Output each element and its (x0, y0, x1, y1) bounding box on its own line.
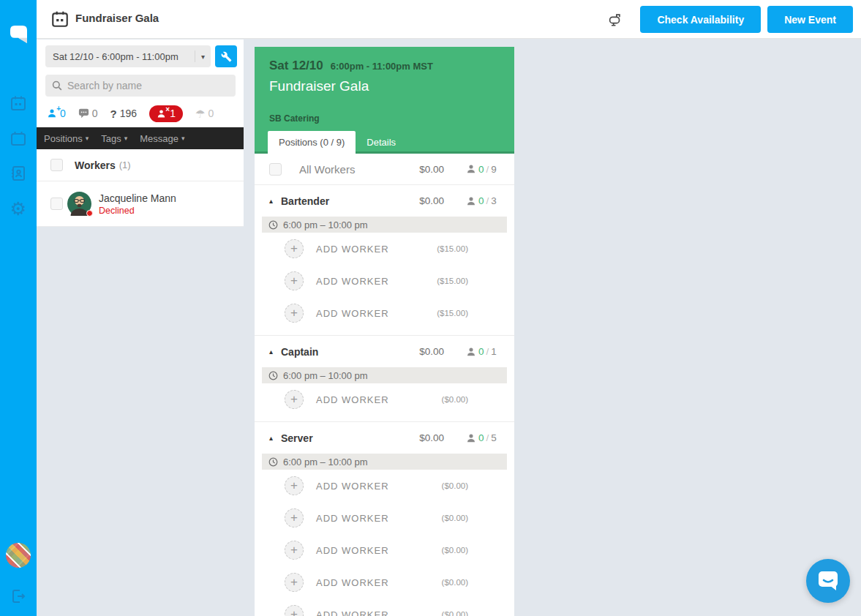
add-worker-icon[interactable]: + (285, 508, 304, 527)
settings-gear-icon[interactable]: ⚙ (9, 199, 28, 218)
position-header-row: ▴ Server $0.00 0 / 5 (255, 422, 514, 454)
chat-bubble-icon (817, 570, 839, 592)
shift-time: 6:00 pm – 10:00 pm (283, 370, 368, 381)
add-worker-label: ADD WORKER (316, 481, 442, 492)
clock-icon (268, 371, 278, 380)
person-icon (466, 164, 476, 174)
message-dropdown[interactable]: Message▾ (140, 133, 184, 144)
add-worker-row[interactable]: + ADD WORKER ($0.00) (255, 383, 514, 416)
counter-unavailable[interactable]: ☂ 0 (195, 108, 214, 119)
chevron-down-icon: ▾ (181, 135, 185, 142)
add-worker-icon[interactable]: + (285, 476, 304, 495)
position-count: 0 / 3 (466, 195, 504, 206)
event-card: Sat 12/10 6:00pm - 11:00pm MST Fundraise… (255, 47, 514, 154)
tab-positions[interactable]: Positions (0 / 9) (268, 131, 356, 154)
declined-status-dot (86, 210, 93, 217)
contacts-icon[interactable] (9, 164, 28, 183)
shift-selector-value: Sat 12/10 - 6:00pm - 11:00pm (53, 51, 190, 62)
slot-rate: ($0.00) (442, 514, 468, 522)
add-worker-row[interactable]: + ADD WORKER ($0.00) (255, 502, 514, 534)
slot-rate: ($15.00) (437, 277, 468, 285)
shift-settings-button[interactable] (215, 45, 237, 67)
top-header: Fundraiser Gala Check Availability New E… (37, 0, 861, 39)
user-avatar[interactable] (6, 543, 31, 568)
check-availability-button[interactable]: Check Availability (640, 6, 761, 33)
slot-list: + ADD WORKER ($15.00) + ADD WORKER ($15.… (255, 233, 514, 329)
worker-name: Jacqueline Mann (99, 192, 176, 204)
person-declined-icon: × (157, 109, 166, 119)
add-worker-row[interactable]: + ADD WORKER ($0.00) (255, 566, 514, 598)
add-worker-row[interactable]: + ADD WORKER ($0.00) (255, 470, 514, 502)
add-worker-row[interactable]: + ADD WORKER ($15.00) (255, 265, 514, 297)
worker-list-item[interactable]: Jacqueline Mann Declined (37, 181, 244, 227)
worker-checkbox[interactable] (50, 198, 63, 210)
counter-messages[interactable]: 0 (78, 108, 98, 119)
app-sidebar: ⚙ (0, 0, 37, 616)
question-icon: ? (110, 108, 117, 120)
mailbox-icon[interactable] (607, 12, 623, 28)
slot-rate: ($0.00) (442, 578, 468, 587)
counter-declined[interactable]: × 1 (149, 105, 183, 122)
add-worker-icon[interactable]: + (285, 271, 304, 290)
add-worker-label: ADD WORKER (316, 609, 442, 616)
add-worker-row[interactable]: + ADD WORKER ($15.00) (255, 233, 514, 265)
add-worker-icon[interactable]: + (285, 239, 304, 258)
collapse-icon[interactable]: ▴ (269, 348, 281, 356)
add-worker-label: ADD WORKER (316, 394, 442, 405)
slot-rate: ($0.00) (442, 546, 468, 555)
position-count: 0 / 1 (466, 346, 504, 357)
shift-selector-dropdown[interactable]: Sat 12/10 - 6:00pm - 11:00pm ▾ (45, 45, 211, 67)
positions-list: All Workers $0.00 0 / 9 ▴ Bartender $0.0… (255, 154, 514, 616)
add-worker-row[interactable]: + ADD WORKER ($15.00) (255, 297, 514, 329)
calendar-icon[interactable] (9, 129, 28, 148)
counter-unknown[interactable]: ? 196 (110, 108, 138, 120)
position-sections: ▴ Bartender $0.00 0 / 3 6:00 pm – 10:00 … (255, 185, 514, 616)
tags-filter-dropdown[interactable]: Tags▾ (101, 133, 127, 144)
add-worker-label: ADD WORKER (316, 244, 437, 255)
add-worker-row[interactable]: + ADD WORKER ($0.00) (255, 598, 514, 616)
add-worker-icon[interactable]: + (285, 304, 304, 323)
add-worker-label: ADD WORKER (316, 545, 442, 556)
add-worker-icon[interactable]: + (285, 541, 304, 560)
worker-status: Declined (99, 206, 176, 216)
slot-rate: ($0.00) (442, 395, 468, 404)
clock-icon (268, 457, 278, 467)
positions-filter-dropdown[interactable]: Positions▾ (44, 133, 89, 144)
slot-list: + ADD WORKER ($0.00) + ADD WORKER ($0.00… (255, 470, 514, 616)
all-workers-checkbox[interactable] (269, 163, 282, 176)
counter-person-add[interactable]: + 0 (47, 108, 66, 119)
workers-label: Workers (75, 159, 116, 171)
add-worker-icon[interactable]: + (285, 390, 304, 409)
add-worker-row[interactable]: + ADD WORKER ($0.00) (255, 534, 514, 566)
chevron-down-icon: ▾ (124, 135, 128, 142)
filter-bar: Positions▾ Tags▾ Message▾ (37, 127, 244, 149)
chevron-down-icon: ▾ (86, 135, 89, 142)
position-header-row: ▴ Captain $0.00 0 / 1 (255, 336, 514, 367)
collapse-icon[interactable]: ▴ (269, 197, 281, 205)
shift-time-band: 6:00 pm – 10:00 pm (262, 367, 507, 383)
events-calendar-icon[interactable] (9, 94, 28, 113)
workers-panel: Sat 12/10 - 6:00pm - 11:00pm ▾ + 0 (37, 40, 244, 227)
shift-time-band: 6:00 pm – 10:00 pm (262, 454, 507, 470)
event-calendar-icon (50, 10, 69, 31)
collapse-icon[interactable]: ▴ (269, 434, 281, 442)
wrench-icon (221, 51, 232, 62)
slot-rate: ($15.00) (437, 244, 468, 253)
position-count: 0 / 5 (466, 432, 504, 443)
new-event-button[interactable]: New Event (767, 6, 853, 33)
logout-icon[interactable] (9, 587, 28, 606)
all-workers-label: All Workers (299, 163, 393, 176)
add-worker-icon[interactable]: + (285, 605, 304, 616)
select-all-workers-checkbox[interactable] (50, 159, 63, 171)
tab-details[interactable]: Details (356, 131, 407, 154)
add-worker-icon[interactable]: + (285, 573, 304, 592)
all-workers-cost: $0.00 (393, 164, 444, 175)
event-title: Fundraiser Gala (269, 78, 369, 94)
search-input[interactable] (67, 80, 229, 91)
slot-rate: ($15.00) (437, 309, 468, 318)
chat-launcher-button[interactable] (806, 559, 850, 603)
all-workers-row: All Workers $0.00 0 / 9 (255, 154, 514, 185)
app-logo-icon[interactable] (7, 23, 29, 48)
position-section: ▴ Server $0.00 0 / 5 6:00 pm – 10:00 pm … (255, 422, 514, 616)
position-cost: $0.00 (393, 195, 444, 206)
